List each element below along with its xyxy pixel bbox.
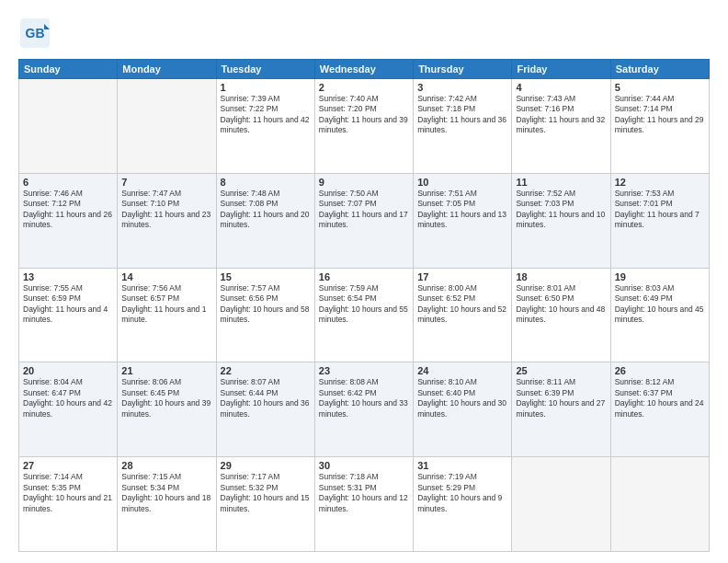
day-info: Sunrise: 8:00 AMSunset: 6:52 PMDaylight:…	[417, 283, 507, 326]
day-number: 29	[221, 460, 311, 471]
day-number: 24	[417, 365, 507, 376]
calendar-cell: 20Sunrise: 8:04 AMSunset: 6:47 PMDayligh…	[19, 362, 118, 457]
day-info: Sunrise: 7:46 AMSunset: 7:12 PMDaylight:…	[23, 189, 113, 231]
day-number: 20	[23, 365, 113, 376]
day-number: 27	[23, 460, 113, 471]
calendar-cell: 21Sunrise: 8:06 AMSunset: 6:45 PMDayligh…	[118, 362, 216, 457]
calendar-cell: 23Sunrise: 8:08 AMSunset: 6:42 PMDayligh…	[314, 362, 413, 457]
calendar-cell: 25Sunrise: 8:11 AMSunset: 6:39 PMDayligh…	[512, 362, 610, 457]
calendar-cell: 30Sunrise: 7:18 AMSunset: 5:31 PMDayligh…	[314, 457, 413, 552]
calendar-cell: 5Sunrise: 7:44 AMSunset: 7:14 PMDaylight…	[610, 79, 709, 174]
day-number: 15	[221, 271, 311, 282]
day-info: Sunrise: 7:51 AMSunset: 7:05 PMDaylight:…	[417, 189, 507, 231]
day-number: 3	[417, 82, 507, 93]
svg-text:GB: GB	[26, 26, 45, 40]
page: GB SundayMondayTuesdayWednesdayThursdayF…	[0, 0, 728, 563]
day-info: Sunrise: 7:17 AMSunset: 5:32 PMDaylight:…	[221, 472, 311, 514]
calendar-week-row: 1Sunrise: 7:39 AMSunset: 7:22 PMDaylight…	[19, 79, 710, 174]
calendar-cell: 4Sunrise: 7:43 AMSunset: 7:16 PMDaylight…	[512, 79, 610, 174]
day-info: Sunrise: 8:04 AMSunset: 6:47 PMDaylight:…	[23, 377, 113, 419]
calendar-cell: 1Sunrise: 7:39 AMSunset: 7:22 PMDaylight…	[216, 79, 314, 174]
day-number: 7	[121, 177, 211, 188]
calendar-cell: 28Sunrise: 7:15 AMSunset: 5:34 PMDayligh…	[118, 457, 216, 552]
calendar-cell	[610, 457, 709, 552]
day-number: 16	[319, 271, 409, 282]
day-number: 5	[615, 82, 705, 93]
calendar-cell: 29Sunrise: 7:17 AMSunset: 5:32 PMDayligh…	[216, 457, 314, 552]
calendar-cell: 27Sunrise: 7:14 AMSunset: 5:35 PMDayligh…	[19, 457, 118, 552]
calendar-cell: 2Sunrise: 7:40 AMSunset: 7:20 PMDaylight…	[314, 79, 413, 174]
calendar-cell: 31Sunrise: 7:19 AMSunset: 5:29 PMDayligh…	[414, 457, 512, 552]
day-info: Sunrise: 7:53 AMSunset: 7:01 PMDaylight:…	[615, 189, 705, 231]
day-info: Sunrise: 8:07 AMSunset: 6:44 PMDaylight:…	[221, 377, 311, 419]
day-info: Sunrise: 7:57 AMSunset: 6:56 PMDaylight:…	[221, 283, 311, 326]
day-info: Sunrise: 7:44 AMSunset: 7:14 PMDaylight:…	[615, 94, 705, 136]
calendar-week-row: 20Sunrise: 8:04 AMSunset: 6:47 PMDayligh…	[19, 362, 710, 457]
weekday-header-thursday: Thursday	[414, 60, 512, 79]
calendar-cell: 15Sunrise: 7:57 AMSunset: 6:56 PMDayligh…	[216, 268, 314, 362]
calendar-cell	[512, 457, 610, 552]
weekday-header-saturday: Saturday	[610, 60, 709, 79]
day-info: Sunrise: 7:47 AMSunset: 7:10 PMDaylight:…	[121, 189, 211, 231]
day-info: Sunrise: 8:11 AMSunset: 6:39 PMDaylight:…	[516, 377, 606, 419]
calendar-cell: 17Sunrise: 8:00 AMSunset: 6:52 PMDayligh…	[414, 268, 512, 362]
day-info: Sunrise: 8:01 AMSunset: 6:50 PMDaylight:…	[516, 283, 606, 326]
day-number: 4	[516, 82, 606, 93]
calendar-cell: 14Sunrise: 7:56 AMSunset: 6:57 PMDayligh…	[118, 268, 216, 362]
day-number: 22	[221, 365, 311, 376]
day-info: Sunrise: 8:03 AMSunset: 6:49 PMDaylight:…	[615, 283, 705, 326]
day-info: Sunrise: 7:52 AMSunset: 7:03 PMDaylight:…	[516, 189, 606, 231]
day-number: 6	[23, 177, 113, 188]
calendar-cell: 9Sunrise: 7:50 AMSunset: 7:07 PMDaylight…	[314, 173, 413, 268]
day-number: 10	[417, 177, 507, 188]
day-number: 31	[417, 460, 507, 471]
day-info: Sunrise: 7:42 AMSunset: 7:18 PMDaylight:…	[417, 94, 507, 136]
calendar-cell: 12Sunrise: 7:53 AMSunset: 7:01 PMDayligh…	[610, 173, 709, 268]
calendar-cell: 18Sunrise: 8:01 AMSunset: 6:50 PMDayligh…	[512, 268, 610, 362]
day-info: Sunrise: 7:14 AMSunset: 5:35 PMDaylight:…	[23, 472, 113, 514]
day-number: 2	[319, 82, 409, 93]
calendar-week-row: 13Sunrise: 7:55 AMSunset: 6:59 PMDayligh…	[19, 268, 710, 362]
calendar-cell: 8Sunrise: 7:48 AMSunset: 7:08 PMDaylight…	[216, 173, 314, 268]
logo-icon: GB	[18, 17, 51, 50]
day-info: Sunrise: 7:50 AMSunset: 7:07 PMDaylight:…	[319, 189, 409, 231]
calendar-cell: 3Sunrise: 7:42 AMSunset: 7:18 PMDaylight…	[414, 79, 512, 174]
day-info: Sunrise: 7:18 AMSunset: 5:31 PMDaylight:…	[319, 472, 409, 514]
day-number: 23	[319, 365, 409, 376]
day-number: 26	[615, 365, 705, 376]
calendar-cell: 7Sunrise: 7:47 AMSunset: 7:10 PMDaylight…	[118, 173, 216, 268]
day-number: 1	[221, 82, 311, 93]
weekday-header-wednesday: Wednesday	[314, 60, 413, 79]
calendar-cell: 19Sunrise: 8:03 AMSunset: 6:49 PMDayligh…	[610, 268, 709, 362]
day-number: 17	[417, 271, 507, 282]
calendar-cell: 22Sunrise: 8:07 AMSunset: 6:44 PMDayligh…	[216, 362, 314, 457]
day-number: 14	[121, 271, 211, 282]
day-number: 21	[121, 365, 211, 376]
calendar-cell	[19, 79, 118, 174]
calendar-cell	[118, 79, 216, 174]
weekday-header-tuesday: Tuesday	[216, 60, 314, 79]
day-number: 11	[516, 177, 606, 188]
day-number: 12	[615, 177, 705, 188]
day-info: Sunrise: 8:12 AMSunset: 6:37 PMDaylight:…	[615, 377, 705, 419]
day-number: 25	[516, 365, 606, 376]
calendar-cell: 16Sunrise: 7:59 AMSunset: 6:54 PMDayligh…	[314, 268, 413, 362]
weekday-header-row: SundayMondayTuesdayWednesdayThursdayFrid…	[19, 60, 710, 79]
logo: GB	[18, 17, 51, 50]
day-number: 18	[516, 271, 606, 282]
day-number: 13	[23, 271, 113, 282]
day-number: 9	[319, 177, 409, 188]
day-info: Sunrise: 7:39 AMSunset: 7:22 PMDaylight:…	[221, 94, 311, 136]
calendar-cell: 24Sunrise: 8:10 AMSunset: 6:40 PMDayligh…	[414, 362, 512, 457]
calendar-cell: 10Sunrise: 7:51 AMSunset: 7:05 PMDayligh…	[414, 173, 512, 268]
header: GB	[18, 17, 710, 50]
day-number: 28	[121, 460, 211, 471]
day-info: Sunrise: 7:59 AMSunset: 6:54 PMDaylight:…	[319, 283, 409, 326]
calendar-cell: 6Sunrise: 7:46 AMSunset: 7:12 PMDaylight…	[19, 173, 118, 268]
calendar-week-row: 6Sunrise: 7:46 AMSunset: 7:12 PMDaylight…	[19, 173, 710, 268]
day-info: Sunrise: 8:06 AMSunset: 6:45 PMDaylight:…	[121, 377, 211, 419]
weekday-header-sunday: Sunday	[19, 60, 118, 79]
calendar-week-row: 27Sunrise: 7:14 AMSunset: 5:35 PMDayligh…	[19, 457, 710, 552]
day-number: 8	[221, 177, 311, 188]
calendar-cell: 11Sunrise: 7:52 AMSunset: 7:03 PMDayligh…	[512, 173, 610, 268]
